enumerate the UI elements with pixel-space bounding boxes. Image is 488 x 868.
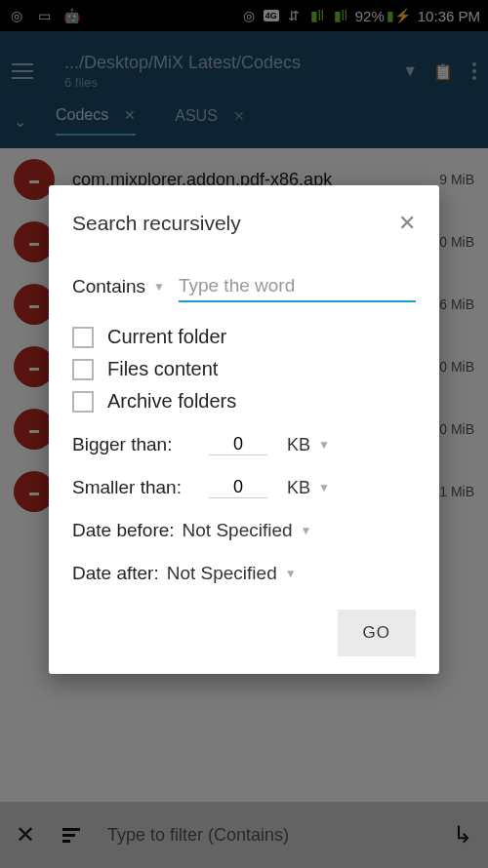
checkbox-current-folder[interactable]: Current folder	[72, 326, 416, 348]
date-after-label: Date after:	[72, 563, 159, 584]
checkbox-files-content[interactable]: Files content	[72, 358, 416, 380]
chevron-down-icon: ▼	[318, 481, 330, 494]
checkbox-archive-folders[interactable]: Archive folders	[72, 390, 416, 413]
chevron-down-icon: ▼	[285, 567, 297, 580]
checkbox-label: Archive folders	[107, 390, 236, 413]
checkbox-icon	[72, 359, 94, 380]
go-button[interactable]: GO	[338, 610, 416, 656]
unit-selector[interactable]: KB	[287, 435, 310, 455]
date-before-selector[interactable]: Not Specified	[183, 520, 293, 541]
search-input[interactable]	[179, 271, 416, 302]
checkbox-label: Files content	[107, 358, 218, 380]
bigger-than-label: Bigger than:	[72, 434, 209, 455]
chevron-down-icon: ▼	[153, 280, 165, 294]
smaller-than-input[interactable]	[209, 477, 267, 498]
checkbox-icon	[72, 327, 94, 348]
date-after-selector[interactable]: Not Specified	[167, 563, 277, 584]
dialog-title: Search recursively	[72, 212, 398, 235]
match-type-selector[interactable]: Contains	[72, 276, 145, 297]
bigger-than-input[interactable]	[209, 434, 267, 455]
checkbox-icon	[72, 391, 94, 413]
unit-selector[interactable]: KB	[287, 478, 310, 498]
chevron-down-icon: ▼	[301, 524, 312, 537]
checkbox-label: Current folder	[107, 326, 226, 348]
close-dialog-button[interactable]: ✕	[398, 211, 416, 236]
date-before-label: Date before:	[72, 520, 175, 541]
chevron-down-icon: ▼	[318, 438, 330, 452]
smaller-than-label: Smaller than:	[72, 477, 209, 498]
search-dialog: Search recursively ✕ Contains ▼ Current …	[49, 185, 439, 674]
